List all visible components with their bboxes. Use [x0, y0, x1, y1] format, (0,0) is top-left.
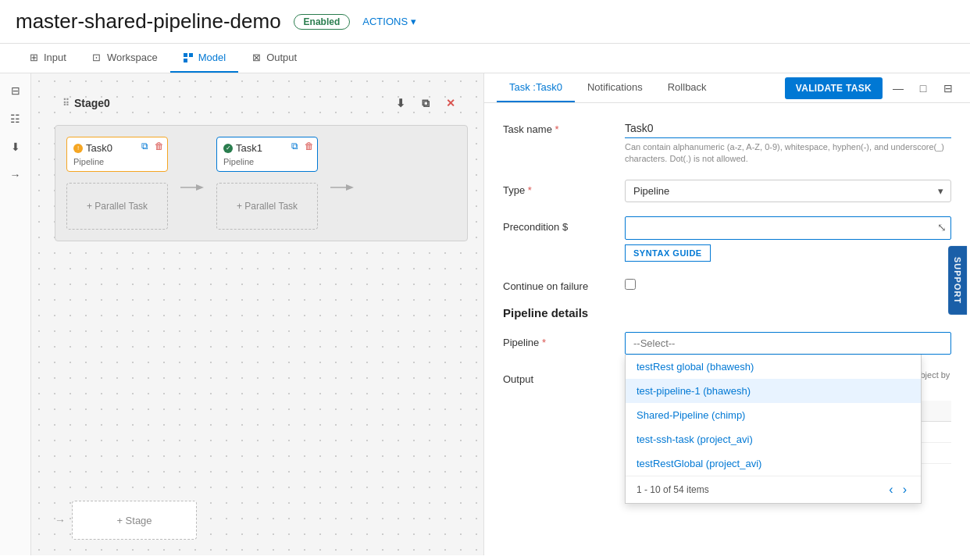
svg-rect-0 [184, 53, 187, 57]
form-row-task-name: Task name * Can contain alphanumeric (a-… [503, 119, 951, 166]
stage-body: ! Task0 ⧉ 🗑 Pipeline + Parallel Task [55, 125, 468, 241]
output-label: Output [503, 369, 612, 385]
task0-copy-btn[interactable]: ⧉ [141, 141, 148, 152]
continue-failure-control [625, 279, 951, 290]
stage-name: Stage0 [74, 97, 110, 109]
task1-type: Pipeline [223, 157, 311, 166]
pipeline-details-heading: Pipeline details [503, 306, 951, 319]
rpanel-tab-task[interactable]: Task :Task0 [497, 73, 575, 102]
stage-drag-handle[interactable]: ⠿ [62, 98, 70, 109]
stage-copy-btn[interactable]: ⧉ [416, 94, 435, 112]
model-icon [183, 52, 194, 63]
pipeline-dropdown: testRest global (bhawesh) test-pipeline-… [625, 355, 922, 504]
task0-delete-btn[interactable]: 🗑 [155, 141, 164, 152]
rpanel-tab-notifications[interactable]: Notifications [575, 73, 655, 102]
dropdown-item-0[interactable]: testRest global (bhawesh) [626, 355, 921, 379]
add-stage-row: → + Stage [55, 501, 197, 540]
tab-input[interactable]: ⊞ Input [16, 44, 79, 73]
form-row-continue: Continue on failure [503, 276, 951, 292]
syntax-guide-button[interactable]: SYNTAX GUIDE [625, 244, 711, 262]
form-row-pipeline: Pipeline * testRest global (bhawesh) tes… [503, 332, 951, 355]
input-icon: ⊞ [28, 52, 39, 63]
sidebar-icon-3[interactable]: → [5, 164, 27, 186]
stage-download-btn[interactable]: ⬇ [391, 94, 410, 112]
rpanel-tab-rollback[interactable]: Rollback [655, 73, 719, 102]
sidebar-icon-0[interactable]: ⊟ [5, 80, 27, 102]
close-right-panel-button[interactable]: ⊟ [939, 79, 958, 98]
svg-marker-6 [346, 184, 354, 191]
form-row-precondition: Precondition $ ⤡ SYNTAX GUIDE [503, 216, 951, 262]
precondition-label: Precondition $ [503, 216, 612, 233]
canvas-background: ⠿ Stage0 ⬇ ⧉ ✕ ! Task0 [31, 73, 483, 555]
workspace-icon: ⊡ [91, 52, 102, 63]
stage-header: ⠿ Stage0 ⬇ ⧉ ✕ [55, 89, 468, 117]
pipeline-select-input[interactable] [625, 332, 951, 355]
rpanel-tab-actions: VALIDATE TASK — □ ⊟ [785, 77, 958, 99]
task1-status-icon: ✓ [223, 144, 233, 153]
pipeline-control: testRest global (bhawesh) test-pipeline-… [625, 332, 951, 355]
form-row-type: Type * Pipeline [503, 180, 951, 202]
precondition-resize-icon: ⤡ [937, 221, 947, 234]
sidebar-icon-1[interactable]: ☷ [5, 108, 27, 130]
svg-marker-4 [196, 184, 204, 191]
task-name-input[interactable] [625, 119, 951, 138]
dropdown-item-2[interactable]: Shared-Pipeline (chimp) [626, 403, 921, 427]
task-name-hint: Can contain alphanumeric (a-z, A-Z, 0-9)… [625, 141, 951, 166]
add-stage-arrow: → [55, 514, 66, 526]
stage-delete-btn[interactable]: ✕ [441, 94, 460, 112]
dropdown-item-1[interactable]: test-pipeline-1 (bhawesh) [626, 379, 921, 403]
task-card-task1[interactable]: ✓ Task1 ⧉ 🗑 Pipeline [216, 137, 318, 172]
pipeline-label: Pipeline * [503, 332, 612, 348]
task0-name: Task0 [86, 142, 112, 154]
stage-container: ⠿ Stage0 ⬇ ⧉ ✕ ! Task0 [55, 89, 468, 241]
type-control: Pipeline [625, 180, 951, 202]
task-form: Task name * Can contain alphanumeric (a-… [484, 103, 970, 555]
tab-workspace[interactable]: ⊡ Workspace [79, 44, 170, 73]
type-required: * [528, 184, 532, 196]
dropdown-prev-btn[interactable]: ‹ [886, 483, 896, 497]
task-name-control: Can contain alphanumeric (a-z, A-Z, 0-9)… [625, 119, 951, 166]
enabled-badge: Enabled [294, 14, 351, 30]
task1-arrow [330, 137, 354, 230]
maximize-button[interactable]: □ [914, 79, 933, 98]
tab-model[interactable]: Model [170, 44, 238, 73]
task0-type: Pipeline [73, 157, 161, 166]
continue-failure-label: Continue on failure [503, 276, 612, 292]
dropdown-next-btn[interactable]: › [900, 483, 910, 497]
task-name-label: Task name * [503, 119, 612, 135]
type-label: Type * [503, 180, 612, 196]
add-parallel-task0[interactable]: + Parallel Task [66, 183, 168, 230]
right-panel-tabs: Task :Task0 Notifications Rollback VALID… [484, 73, 970, 103]
task-arrow [180, 137, 204, 230]
validate-task-button[interactable]: VALIDATE TASK [785, 77, 883, 99]
nav-tabs: ⊞ Input ⊡ Workspace Model ⊠ Output [0, 44, 970, 73]
sidebar-icon-2[interactable]: ⬇ [5, 136, 27, 158]
add-parallel-task1[interactable]: + Parallel Task [216, 183, 318, 230]
svg-rect-1 [189, 53, 193, 57]
output-icon: ⊠ [251, 52, 262, 63]
precondition-control: ⤡ SYNTAX GUIDE [625, 216, 951, 262]
svg-rect-2 [184, 59, 187, 62]
task1-name: Task1 [236, 142, 262, 154]
precondition-input[interactable] [625, 216, 951, 240]
actions-button[interactable]: ACTIONS ▾ [362, 16, 416, 27]
task1-delete-btn[interactable]: 🗑 [305, 141, 314, 152]
task-card-task0[interactable]: ! Task0 ⧉ 🗑 Pipeline [66, 137, 168, 172]
type-select[interactable]: Pipeline [625, 180, 951, 202]
continue-failure-checkbox[interactable] [625, 279, 636, 290]
dropdown-nav: ‹ › [886, 483, 910, 497]
tab-output[interactable]: ⊠ Output [238, 44, 309, 73]
support-tab[interactable]: SUPPORT [948, 245, 967, 314]
main-content: ⊟ ☷ ⬇ → ⠿ Stage0 ⬇ ⧉ ✕ [0, 73, 970, 555]
actions-chevron-icon: ▾ [411, 16, 416, 27]
add-stage-button[interactable]: + Stage [72, 501, 197, 540]
right-panel: Task :Task0 Notifications Rollback VALID… [484, 73, 970, 555]
task1-copy-btn[interactable]: ⧉ [291, 141, 298, 152]
minimize-button[interactable]: — [889, 79, 908, 98]
task0-status-icon: ! [73, 144, 83, 153]
dropdown-item-3[interactable]: test-ssh-task (project_avi) [626, 427, 921, 451]
app-title: master-shared-pipeline-demo [16, 9, 281, 34]
dropdown-item-4[interactable]: testRestGlobal (project_avi) [626, 451, 921, 476]
left-sidebar: ⊟ ☷ ⬇ → [0, 73, 31, 555]
dropdown-footer: 1 - 10 of 54 items ‹ › [626, 476, 921, 503]
